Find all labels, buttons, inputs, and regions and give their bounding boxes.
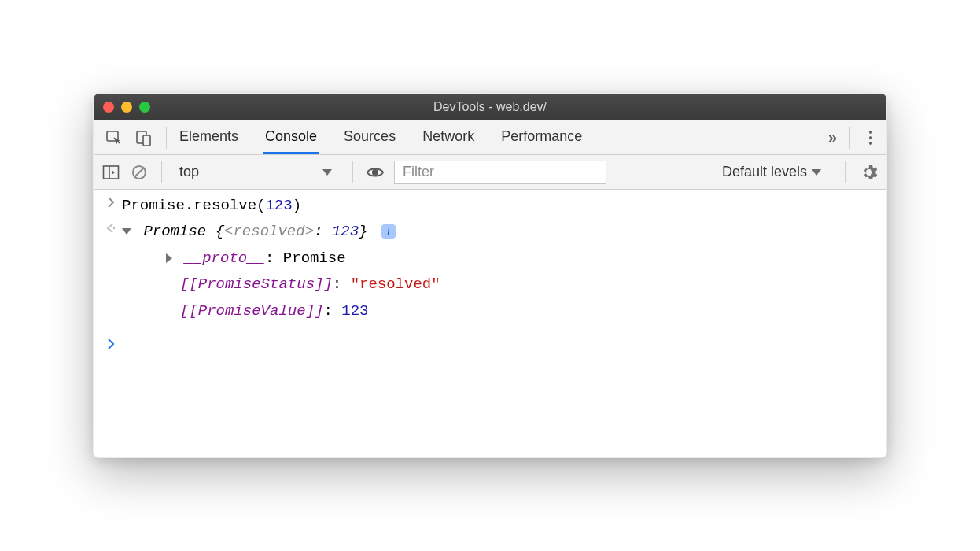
svg-point-5 — [869, 142, 872, 145]
console-prompt[interactable] — [94, 331, 886, 351]
svg-point-4 — [869, 136, 872, 139]
info-icon[interactable]: i — [381, 224, 396, 239]
svg-point-3 — [869, 131, 872, 134]
clear-console-icon[interactable] — [130, 163, 149, 182]
output-child-status[interactable]: [[PromiseStatus]]: "resolved" — [94, 272, 886, 298]
levels-label: Default levels — [722, 164, 807, 180]
input-code: Promise.resolve(123) — [122, 197, 301, 214]
tab-network[interactable]: Network — [421, 120, 476, 154]
dropdown-caret-icon — [812, 169, 821, 176]
console-toolbar: top Filter Default levels — [94, 155, 886, 190]
prompt-marker-icon — [100, 336, 122, 349]
window-controls — [103, 102, 150, 113]
context-label: top — [179, 164, 199, 180]
eye-live-expression-icon[interactable] — [366, 163, 385, 182]
tab-sources[interactable]: Sources — [342, 120, 397, 154]
console-settings-gear-icon[interactable] — [860, 163, 879, 182]
kebab-menu-icon[interactable] — [861, 128, 880, 147]
toggle-device-toolbar-icon[interactable] — [134, 128, 153, 147]
titlebar: DevTools - web.dev/ — [94, 94, 886, 120]
zoom-window-button[interactable] — [139, 102, 150, 113]
output-marker-icon — [100, 220, 122, 243]
more-tabs-icon[interactable]: » — [823, 128, 842, 146]
filter-input[interactable]: Filter — [394, 161, 606, 184]
summary-class[interactable]: Promise — [143, 223, 206, 240]
console-output-row: Promise {<resolved>: 123} i — [94, 219, 886, 245]
divider — [352, 161, 353, 183]
output-child-proto[interactable]: __proto__: Promise — [94, 246, 886, 272]
execution-context-selector[interactable]: top — [175, 164, 340, 180]
devtools-window: DevTools - web.dev/ Elements Console — [93, 93, 887, 458]
tab-performance[interactable]: Performance — [499, 120, 584, 154]
dropdown-caret-icon — [322, 169, 332, 176]
tab-console[interactable]: Console — [263, 120, 319, 154]
window-title: DevTools - web.dev/ — [94, 100, 886, 114]
filter-placeholder: Filter — [403, 164, 434, 180]
output-child-value[interactable]: [[PromiseValue]]: 123 — [94, 298, 886, 324]
svg-line-9 — [135, 168, 144, 176]
main-tabbar: Elements Console Sources Network Perform… — [94, 120, 886, 155]
input-marker-icon — [100, 194, 122, 217]
toggle-sidebar-icon[interactable] — [101, 163, 120, 182]
expand-toggle-icon[interactable] — [122, 228, 131, 235]
divider — [849, 127, 850, 149]
divider — [845, 161, 846, 183]
expand-toggle-icon[interactable] — [166, 253, 172, 263]
tab-elements[interactable]: Elements — [178, 120, 240, 154]
svg-rect-6 — [104, 166, 119, 179]
inspect-element-icon[interactable] — [105, 128, 123, 147]
svg-point-10 — [373, 169, 378, 174]
close-window-button[interactable] — [103, 102, 114, 113]
svg-point-11 — [113, 227, 115, 229]
console-body: Promise.resolve(123) Promise {<resolved>… — [94, 190, 886, 457]
divider — [161, 161, 162, 183]
console-input-echo: Promise.resolve(123) — [94, 193, 886, 219]
log-levels-selector[interactable]: Default levels — [722, 164, 824, 180]
svg-rect-2 — [143, 135, 150, 146]
minimize-window-button[interactable] — [121, 102, 132, 113]
divider — [166, 127, 167, 149]
panel-tabs: Elements Console Sources Network Perform… — [178, 120, 584, 154]
